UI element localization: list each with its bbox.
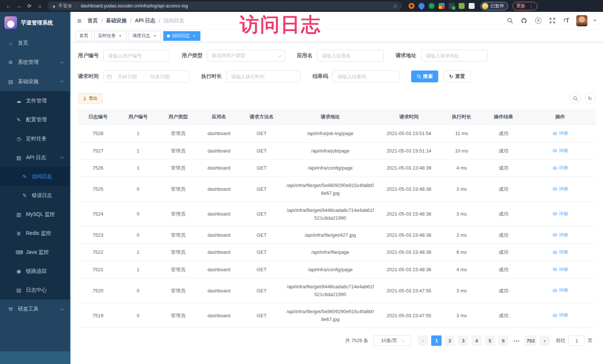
- bookmark-star-icon[interactable]: ☆: [393, 3, 397, 9]
- sidebar-item[interactable]: ⚙ 系统管理: [0, 53, 70, 72]
- extension-icon[interactable]: [449, 3, 455, 9]
- method-cell: GET: [240, 226, 284, 244]
- sidebar-item[interactable]: ≣ Redis 监控: [0, 224, 70, 243]
- page-number-button[interactable]: 1: [431, 335, 442, 346]
- page-number-button[interactable]: 5: [485, 335, 495, 346]
- browser-menu-icon[interactable]: ⋮: [529, 3, 534, 9]
- log-id-cell: 7520: [78, 278, 118, 303]
- search-icon[interactable]: [506, 17, 514, 25]
- sidebar-item[interactable]: ▤ 日志中心: [0, 281, 70, 299]
- extension-icon[interactable]: [429, 3, 435, 9]
- sidebar-item[interactable]: ⚒ 研发工具: [0, 299, 70, 319]
- result-code-input[interactable]: [332, 70, 399, 82]
- sidebar-footer: [0, 351, 70, 364]
- chrome-update-button[interactable]: 更新 ⋮: [512, 2, 537, 10]
- result-cell: 成功: [482, 244, 525, 261]
- page-number-button[interactable]: 4: [471, 335, 482, 346]
- tab-close-icon[interactable]: [191, 33, 197, 39]
- end-date-input[interactable]: [146, 74, 174, 79]
- page-tab[interactable]: 定时任务: [94, 31, 127, 41]
- page-number-button[interactable]: 753: [525, 335, 537, 346]
- app-logo-row[interactable]: 芋道管理系统: [0, 12, 70, 33]
- address-bar[interactable]: ▲ 不安全 dashboard.yudao.iocoder.cn/infra/l…: [47, 1, 402, 10]
- url-cell: /api/infra/job-log/page: [284, 125, 377, 142]
- sidebar-item[interactable]: ⌂ 首页: [0, 33, 70, 53]
- page-tab[interactable]: 首页: [76, 31, 92, 41]
- detail-link[interactable]: 详细: [553, 286, 568, 294]
- reset-button[interactable]: ↻ 重置: [443, 70, 471, 82]
- font-size-icon[interactable]: TT: [562, 17, 570, 25]
- back-button[interactable]: ←: [4, 1, 13, 11]
- paused-label: 已暂停: [491, 3, 504, 9]
- search-button[interactable]: 搜索: [411, 70, 438, 82]
- sidebar-item[interactable]: ✎ 配置管理: [0, 110, 70, 129]
- page-tab[interactable]: 调度日志: [129, 31, 161, 41]
- page-number-button[interactable]: 6: [498, 335, 508, 346]
- page-number-button[interactable]: 2: [445, 335, 455, 346]
- extensions-puzzle-icon[interactable]: [469, 3, 475, 9]
- github-icon[interactable]: [520, 17, 528, 25]
- detail-link[interactable]: 详细: [553, 231, 568, 239]
- tab-close-icon[interactable]: [152, 33, 157, 39]
- log-id-cell: 7527: [78, 142, 118, 160]
- profile-paused-badge[interactable]: 已暂停: [481, 2, 508, 10]
- page-tab[interactable]: 访问日志: [163, 31, 200, 41]
- next-page-button[interactable]: ›: [540, 335, 550, 346]
- detail-link[interactable]: 详细: [553, 185, 568, 193]
- user-id-input[interactable]: [103, 50, 170, 62]
- method-cell: GET: [240, 177, 284, 201]
- user-avatar[interactable]: [576, 15, 587, 26]
- duration-input[interactable]: [226, 70, 301, 82]
- detail-link[interactable]: 详细: [553, 147, 568, 155]
- refresh-table-icon[interactable]: ↻: [584, 93, 596, 104]
- user-id-cell: 1: [118, 125, 158, 142]
- sidebar-item[interactable]: ◉ 链路追踪: [0, 262, 70, 281]
- help-icon[interactable]: ?: [534, 17, 542, 25]
- sidebar-item[interactable]: ◷ 定时任务: [0, 129, 70, 148]
- breadcrumb-label: 基础设施: [106, 17, 127, 24]
- fullscreen-icon[interactable]: [548, 17, 556, 25]
- breadcrumb-item[interactable]: / API 日志: [127, 17, 155, 24]
- app-name-input[interactable]: [317, 50, 384, 62]
- goto-page-input[interactable]: [568, 335, 585, 346]
- detail-link[interactable]: 详细: [553, 210, 568, 218]
- user-type-cell: 管理员: [158, 244, 198, 261]
- sidebar-item[interactable]: ▤ 基础设施: [0, 72, 70, 91]
- sidebar-item[interactable]: ▥ MySQL 监控: [0, 205, 70, 224]
- detail-link-label: 详细: [559, 210, 568, 218]
- tab-close-icon[interactable]: [118, 33, 123, 39]
- extension-icon[interactable]: [417, 2, 426, 10]
- home-button[interactable]: ⌂: [35, 1, 45, 11]
- detail-link[interactable]: 详细: [553, 248, 568, 256]
- user-type-select[interactable]: 请选择用户类型: [207, 50, 285, 62]
- hamburger-icon[interactable]: ≡: [77, 17, 82, 24]
- page-number-button[interactable]: 3: [458, 335, 468, 346]
- sidebar-item[interactable]: ✎ 访问日志: [0, 167, 70, 186]
- breadcrumb-item[interactable]: / 基础设施: [98, 17, 127, 24]
- time-cell: 2021-05-03 23:48:39: [377, 160, 441, 177]
- toggle-search-icon[interactable]: [570, 93, 581, 104]
- caret-down-icon[interactable]: [593, 20, 596, 22]
- sidebar-item[interactable]: ☁ 文件管理: [0, 91, 70, 110]
- prev-page-button[interactable]: ‹: [418, 335, 428, 346]
- sidebar-item[interactable]: ✎ 错误日志: [0, 186, 70, 205]
- reload-button[interactable]: ⟳: [24, 1, 34, 11]
- extension-icon[interactable]: [439, 3, 445, 9]
- request-time-range-picker[interactable]: -: [103, 70, 189, 82]
- page-size-select[interactable]: 10条/页: [373, 335, 411, 346]
- sidebar-item[interactable]: ⌨ Java 监控: [0, 243, 70, 262]
- start-date-input[interactable]: [114, 74, 141, 79]
- breadcrumb-item[interactable]: / 首页: [88, 17, 98, 24]
- export-button[interactable]: 导出: [78, 93, 102, 104]
- detail-link[interactable]: 详细: [553, 129, 568, 137]
- page-number-button[interactable]: •••: [511, 335, 522, 346]
- sidebar-item[interactable]: ▨ API 日志: [0, 148, 70, 167]
- detail-link[interactable]: 详细: [553, 164, 568, 172]
- detail-link[interactable]: 详细: [553, 266, 568, 273]
- detail-link[interactable]: 详细: [553, 311, 568, 319]
- extension-icon[interactable]: [409, 3, 414, 9]
- forward-button[interactable]: →: [14, 1, 24, 11]
- extension-icon[interactable]: [459, 3, 465, 9]
- breadcrumb-item[interactable]: / 访问日志: [155, 17, 184, 24]
- request-url-input[interactable]: [421, 50, 488, 62]
